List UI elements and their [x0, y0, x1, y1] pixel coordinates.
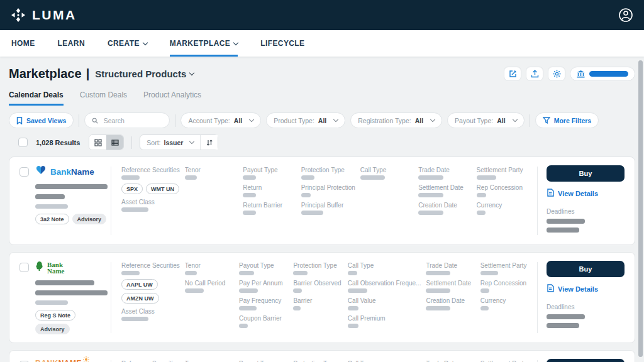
redacted-bar — [547, 323, 579, 328]
nav-item-learn[interactable]: LEARN — [58, 30, 85, 57]
deal-tag: Reg S Note — [35, 310, 75, 321]
nav-item-marketplace[interactable]: MARKETPLACE — [170, 30, 238, 57]
redacted-bar — [301, 175, 314, 180]
buy-button[interactable]: Buy — [547, 165, 625, 182]
field-label: Creation Date — [418, 202, 471, 209]
view-details-link[interactable]: View Details — [547, 189, 626, 198]
bookmark-icon — [16, 117, 23, 124]
registration-type-filter[interactable]: Registration Type: All — [350, 112, 442, 128]
field-label: Principal Buffer — [301, 202, 355, 209]
deadlines-section: Deadlines — [547, 208, 626, 233]
user-icon — [618, 7, 634, 23]
field-label: Rep Concession — [477, 184, 530, 191]
redacted-bar — [547, 219, 585, 224]
redacted-bar — [418, 211, 443, 215]
vertical-scrollbar[interactable] — [638, 60, 643, 357]
security-tags: SPXWMT UN — [121, 184, 180, 194]
buy-button[interactable]: Buy — [547, 261, 625, 277]
sort-direction-button[interactable] — [200, 135, 218, 150]
results-bar: 1,028 Results Sort: Issuer — [9, 134, 635, 150]
deal-field: Call Value — [348, 297, 421, 310]
title-separator: | — [86, 67, 90, 81]
buy-button[interactable]: Buy — [547, 359, 625, 362]
deal-actions: BuyView DetailsDeadlines — [538, 261, 626, 334]
grid-view-icon — [94, 139, 102, 146]
gear-icon — [553, 70, 561, 78]
field-label: Barrier Observed — [293, 280, 342, 287]
field-column: Payout TypeReturnReturn Barrier — [243, 167, 301, 219]
settings-button[interactable] — [548, 67, 565, 81]
redacted-bar — [35, 300, 68, 305]
redacted-issuer-details — [35, 280, 111, 305]
table-view-button[interactable] — [106, 135, 123, 150]
product-type-filter[interactable]: Product Type: All — [266, 112, 345, 128]
chevron-down-icon — [233, 40, 238, 45]
nav-item-create[interactable]: CREATE — [108, 30, 147, 57]
select-all-checkbox[interactable] — [18, 138, 28, 147]
tab-calendar-deals[interactable]: Calendar Deals — [9, 90, 64, 106]
issuer-name-part: NAME — [58, 359, 82, 362]
redacted-bar — [348, 288, 367, 293]
account-type-filter[interactable]: Account Type: All — [180, 112, 261, 128]
redacted-bar — [418, 193, 443, 197]
deal-card: BankNameReg S NoteAdvisoryReference Secu… — [9, 252, 635, 343]
search-box[interactable] — [84, 112, 170, 128]
sort-dropdown[interactable]: Sort: Issuer — [140, 135, 200, 150]
nav-item-home[interactable]: HOME — [11, 30, 35, 57]
redacted-bar — [360, 175, 385, 180]
deal-field: Protection Type — [293, 262, 342, 275]
redacted-bar — [293, 288, 302, 293]
redacted-bar — [418, 175, 443, 180]
deal-field: Reference SecuritiesAAPL UWAMZN UW — [121, 262, 180, 304]
deadlines-section: Deadlines — [547, 304, 626, 328]
edit-button[interactable] — [504, 67, 521, 81]
deal-actions: BuyView DetailsDeadlines — [538, 359, 626, 362]
field-column: Call TypeCall Observation Freque...Call … — [348, 262, 426, 332]
view-details-link[interactable]: View Details — [547, 284, 626, 293]
tab-product-analytics[interactable]: Product Analytics — [143, 90, 201, 106]
chevron-down-icon — [249, 117, 254, 122]
deal-field: Call Premium — [348, 315, 421, 328]
redacted-bar — [426, 306, 450, 310]
divider — [131, 136, 132, 149]
field-label: Tenor — [185, 262, 234, 269]
deal-checkbox[interactable] — [19, 167, 29, 177]
deal-field: Currency — [477, 202, 530, 215]
saved-views-button[interactable]: Saved Views — [9, 112, 74, 128]
deal-field: Return Barrier — [243, 202, 296, 215]
app-header: LUMA — [0, 0, 644, 30]
deal-field: Barrier — [293, 297, 342, 310]
issuer-logo: BANKNAME — [35, 359, 111, 362]
field-label: Call Type — [348, 262, 421, 269]
field-label: Settlement Party — [477, 167, 530, 173]
product-type-selector[interactable]: Structured Products — [95, 69, 194, 79]
redacted-bar — [35, 184, 108, 189]
field-label: Rep Concession — [480, 280, 530, 287]
field-column: Tenor — [185, 167, 243, 219]
redacted-bar — [243, 193, 256, 197]
redacted-bar — [477, 175, 496, 180]
export-button[interactable] — [526, 67, 543, 81]
security-tag: AMZN UW — [121, 293, 159, 304]
field-label: Call Type — [360, 167, 413, 173]
divider — [175, 114, 175, 127]
field-label: Call Premium — [348, 315, 421, 322]
payout-type-filter[interactable]: Payout Type: All — [447, 112, 525, 128]
redacted-bar — [480, 306, 489, 310]
issuer-name: BankName — [47, 261, 65, 274]
more-filters-button[interactable]: More Filters — [535, 112, 599, 128]
user-account-button[interactable] — [618, 7, 634, 23]
tab-custom-deals[interactable]: Custom Deals — [80, 90, 127, 106]
issuer-portfolio-pill[interactable] — [570, 67, 635, 81]
grid-view-button[interactable] — [89, 135, 106, 150]
nav-item-lifecycle[interactable]: LIFECYCLE — [260, 30, 304, 57]
page-content: Marketplace | Structured Products — [0, 57, 644, 362]
field-column: TenorNo Call Period — [185, 262, 239, 332]
divider — [530, 114, 530, 127]
deal-field: Payout Type — [239, 262, 288, 275]
field-column: Protection TypePrincipal ProtectionPrinc… — [301, 167, 360, 219]
issuer-name-part: Bank — [50, 167, 71, 177]
deal-checkbox[interactable] — [19, 263, 29, 272]
search-input[interactable] — [103, 116, 163, 125]
deal-field: Principal Buffer — [301, 202, 355, 215]
